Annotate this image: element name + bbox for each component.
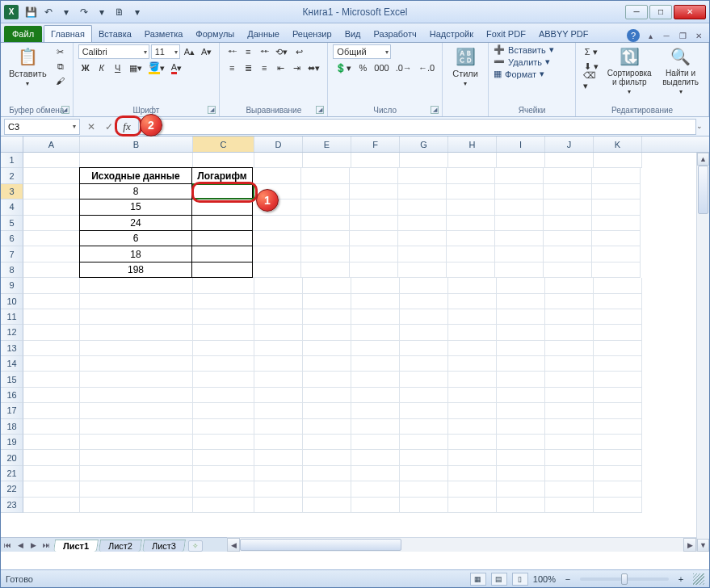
cell-K20[interactable] bbox=[594, 450, 642, 465]
grow-font-button[interactable]: A▴ bbox=[182, 44, 197, 59]
cell-H8[interactable] bbox=[447, 262, 495, 278]
cell-G9[interactable] bbox=[400, 278, 448, 293]
cell-I8[interactable] bbox=[495, 262, 544, 278]
cell-C13[interactable] bbox=[193, 341, 254, 356]
cell-E2[interactable] bbox=[301, 168, 350, 183]
indent-inc-button[interactable]: ⇥ bbox=[289, 61, 304, 75]
row-header-6[interactable]: 6 bbox=[1, 231, 23, 246]
cell-J21[interactable] bbox=[545, 466, 594, 481]
currency-button[interactable]: 💲▾ bbox=[333, 61, 354, 75]
cell-G20[interactable] bbox=[400, 450, 448, 465]
cell-E6[interactable] bbox=[301, 231, 350, 246]
cell-J18[interactable] bbox=[545, 419, 594, 435]
resize-grip-icon[interactable] bbox=[693, 573, 704, 585]
cell-D23[interactable] bbox=[254, 498, 303, 513]
cell-C12[interactable] bbox=[193, 325, 254, 340]
cell-B23[interactable] bbox=[80, 498, 193, 513]
row-header-11[interactable]: 11 bbox=[1, 309, 23, 325]
vscroll-thumb[interactable] bbox=[698, 166, 708, 214]
cell-F19[interactable] bbox=[351, 435, 400, 450]
insert-function-button[interactable]: fx bbox=[119, 119, 135, 135]
tab-формулы[interactable]: Формулы bbox=[189, 26, 241, 42]
cell-E16[interactable] bbox=[303, 388, 351, 403]
cell-A18[interactable] bbox=[23, 419, 80, 435]
cell-C10[interactable] bbox=[193, 294, 254, 309]
cell-I11[interactable] bbox=[497, 309, 545, 325]
cell-F8[interactable] bbox=[350, 262, 398, 278]
paste-button[interactable]: 📋 Вставить ▾ bbox=[6, 44, 50, 89]
cell-C4[interactable] bbox=[191, 199, 253, 215]
cell-B18[interactable] bbox=[80, 419, 193, 435]
cell-G10[interactable] bbox=[400, 294, 448, 309]
cell-H20[interactable] bbox=[448, 450, 497, 465]
cell-K1[interactable] bbox=[594, 153, 642, 168]
zoom-slider[interactable] bbox=[580, 578, 669, 581]
cell-D6[interactable] bbox=[253, 231, 301, 246]
cell-B11[interactable] bbox=[80, 309, 193, 325]
cell-D7[interactable] bbox=[253, 246, 301, 262]
tab-вставка[interactable]: Вставка bbox=[92, 26, 138, 42]
bold-button[interactable]: Ж bbox=[78, 61, 93, 75]
cell-C15[interactable] bbox=[193, 372, 254, 387]
tab-разработч[interactable]: Разработч bbox=[368, 26, 423, 42]
cell-H3[interactable] bbox=[447, 184, 495, 200]
cell-F20[interactable] bbox=[351, 450, 400, 465]
zoom-in-button[interactable]: + bbox=[674, 572, 688, 586]
cell-G17[interactable] bbox=[400, 403, 448, 418]
cell-E19[interactable] bbox=[303, 435, 351, 450]
cell-E18[interactable] bbox=[303, 419, 351, 435]
cell-K4[interactable] bbox=[592, 200, 641, 215]
underline-button[interactable]: Ч bbox=[111, 61, 125, 75]
cells-format-button[interactable]: ▦Формат ▾ bbox=[494, 69, 570, 79]
cell-A17[interactable] bbox=[23, 403, 80, 418]
row-header-8[interactable]: 8 bbox=[1, 262, 23, 278]
name-box[interactable]: C3▾ bbox=[4, 119, 80, 135]
column-header-B[interactable]: B bbox=[80, 136, 193, 152]
row-header-1[interactable]: 1 bbox=[1, 153, 23, 168]
cell-K13[interactable] bbox=[594, 341, 642, 356]
zoom-level[interactable]: 100% bbox=[533, 574, 556, 584]
cell-C22[interactable] bbox=[193, 481, 254, 497]
cell-J4[interactable] bbox=[544, 200, 592, 215]
cell-H14[interactable] bbox=[448, 356, 497, 372]
sheet-nav-first[interactable]: ⏮ bbox=[1, 539, 14, 552]
number-dialog-launcher[interactable]: ◢ bbox=[431, 106, 439, 114]
cell-C9[interactable] bbox=[193, 278, 254, 293]
align-middle-button[interactable]: ≡ bbox=[241, 44, 255, 59]
formula-input[interactable] bbox=[138, 119, 696, 135]
cell-K9[interactable] bbox=[594, 278, 642, 293]
cell-C5[interactable] bbox=[191, 215, 253, 231]
zoom-thumb[interactable] bbox=[621, 573, 628, 585]
cell-J5[interactable] bbox=[544, 216, 592, 231]
sheet-nav-prev[interactable]: ◀ bbox=[14, 539, 27, 552]
cell-I9[interactable] bbox=[497, 278, 545, 293]
cell-E8[interactable] bbox=[301, 262, 350, 278]
cell-H5[interactable] bbox=[447, 216, 495, 231]
cell-D9[interactable] bbox=[254, 278, 303, 293]
cell-H1[interactable] bbox=[448, 153, 497, 168]
cell-C20[interactable] bbox=[193, 450, 254, 465]
row-header-4[interactable]: 4 bbox=[1, 200, 23, 215]
cell-H22[interactable] bbox=[448, 481, 497, 497]
cell-B3[interactable]: 8 bbox=[79, 183, 192, 200]
cell-B4[interactable]: 15 bbox=[79, 199, 192, 215]
help-icon[interactable]: ? bbox=[627, 29, 640, 42]
cell-C21[interactable] bbox=[193, 466, 254, 481]
cell-G21[interactable] bbox=[400, 466, 448, 481]
cell-H6[interactable] bbox=[447, 231, 495, 246]
row-header-18[interactable]: 18 bbox=[1, 419, 23, 435]
wrap-text-button[interactable]: ↩ bbox=[292, 44, 306, 59]
qat-redo-button[interactable]: ↷ bbox=[76, 4, 92, 20]
cell-K17[interactable] bbox=[594, 403, 642, 418]
cell-E14[interactable] bbox=[303, 356, 351, 372]
cell-K23[interactable] bbox=[594, 498, 642, 513]
percent-button[interactable]: % bbox=[355, 61, 370, 75]
clipboard-dialog-launcher[interactable]: ◢ bbox=[61, 106, 69, 114]
column-header-K[interactable]: K bbox=[594, 136, 642, 152]
cell-H11[interactable] bbox=[448, 309, 497, 325]
cell-J20[interactable] bbox=[545, 450, 594, 465]
cell-B1[interactable] bbox=[80, 153, 193, 168]
cell-J11[interactable] bbox=[545, 309, 594, 325]
cell-K19[interactable] bbox=[594, 435, 642, 450]
window-minimize-button[interactable]: ─ bbox=[625, 5, 648, 19]
